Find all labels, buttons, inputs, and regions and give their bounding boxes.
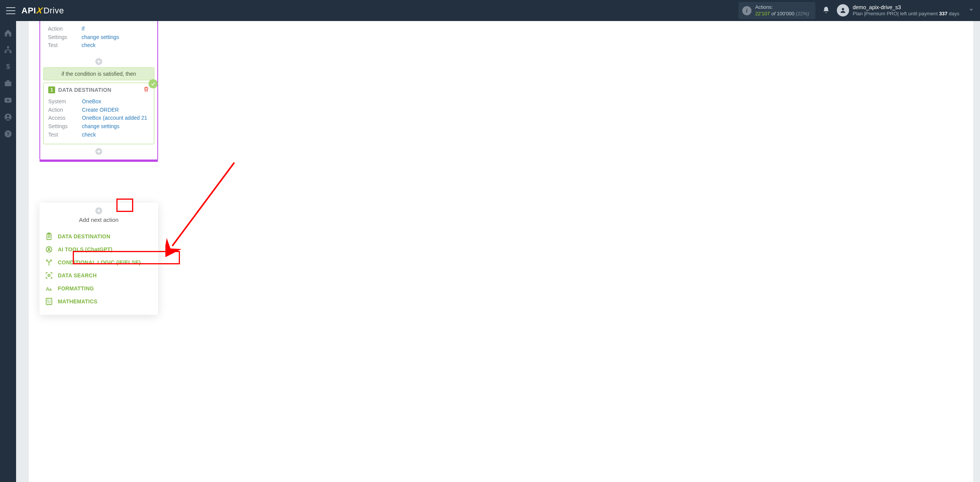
workflow-canvas: ActionIfSettingschange settingsTestcheck… (29, 21, 973, 482)
logo[interactable]: API X Drive (21, 6, 64, 16)
side-rail: $ ? (0, 21, 16, 482)
row-value-link[interactable]: If (82, 25, 85, 33)
svg-point-10 (7, 115, 9, 117)
plan-line: Plan |Premium PRO| left until payment 33… (853, 11, 959, 17)
row-key: System (48, 98, 82, 106)
popup-item-data-destination[interactable]: DATA DESTINATION (43, 230, 154, 243)
home-icon[interactable] (4, 29, 12, 37)
svg-text:a: a (49, 287, 52, 291)
svg-text:?: ? (7, 131, 10, 137)
main-area: ActionIfSettingschange settingsTestcheck… (16, 21, 980, 482)
info-icon: i (742, 6, 751, 15)
brain-icon (45, 245, 53, 254)
menu-toggle-button[interactable] (6, 7, 15, 14)
actions-label: Actions: (755, 4, 809, 10)
calc-icon (45, 297, 53, 306)
briefcase-icon[interactable] (4, 79, 12, 88)
row-value-link[interactable]: OneBox (account added 21 (82, 114, 147, 122)
popup-item-label: DATA SEARCH (58, 272, 97, 278)
youtube-icon[interactable] (4, 96, 12, 104)
row-key: Test (48, 41, 82, 50)
destination-card: 1 DATA DESTINATION SystemOneBoxActionCre… (43, 83, 154, 144)
actions-counter[interactable]: i Actions: 22'107 of 100'000 (22%) (738, 2, 815, 19)
bell-icon[interactable] (822, 6, 830, 15)
row-value-link[interactable]: Create ORDER (82, 106, 119, 114)
condition-banner: if the condition is satisfied, then (43, 67, 154, 80)
scan-icon (45, 271, 53, 280)
popup-item-conditional[interactable]: CONDITIONAL LOGIC (IF/ELSE) (43, 256, 154, 269)
svg-rect-5 (5, 81, 11, 86)
popup-title: Add next action (43, 217, 154, 223)
svg-point-0 (842, 8, 844, 10)
popup-item-label: FORMATTING (58, 285, 94, 291)
actions-total: 100'000 (777, 11, 794, 16)
row-value-link[interactable]: change settings (82, 33, 119, 42)
popup-item-data-search[interactable]: DATA SEARCH (43, 269, 154, 282)
svg-rect-20 (46, 298, 52, 305)
info-row: Settingschange settings (48, 33, 150, 42)
popup-item-label: AI TOOLS (ChatGPT) (58, 246, 113, 252)
check-badge-icon (149, 79, 158, 88)
logo-drive: Drive (43, 6, 64, 16)
destination-number: 1 (48, 86, 55, 93)
destination-title: DATA DESTINATION (58, 87, 111, 93)
popup-item-mathematics[interactable]: MATHEMATICS (43, 295, 154, 308)
svg-text:$: $ (6, 62, 10, 70)
svg-text:A: A (46, 286, 49, 292)
branch-icon (45, 258, 53, 267)
dollar-icon[interactable]: $ (4, 62, 12, 71)
delete-button[interactable] (143, 86, 149, 94)
add-step-button[interactable] (95, 58, 102, 65)
row-key: Action (48, 106, 82, 114)
info-row: Settingschange settings (48, 122, 149, 131)
actions-pct: (22%) (796, 11, 809, 16)
svg-rect-2 (5, 51, 7, 53)
row-key: Access (48, 114, 82, 122)
add-action-popup: Add next action DATA DESTINATIONAI TOOLS… (39, 203, 158, 315)
row-value-link[interactable]: check (82, 41, 96, 50)
chevron-down-icon (969, 7, 974, 14)
info-row: ActionIf (48, 25, 150, 33)
help-icon[interactable]: ? (4, 130, 12, 138)
sitemap-icon[interactable] (4, 46, 12, 54)
info-row: Testcheck (48, 41, 150, 50)
svg-point-17 (48, 274, 50, 277)
user-name: demo_apix-drive_s3 (853, 4, 959, 11)
row-value-link[interactable]: change settings (82, 122, 119, 131)
popup-item-ai-tools[interactable]: AI TOOLS (ChatGPT) (43, 243, 154, 256)
avatar-icon (837, 4, 849, 16)
popup-item-label: MATHEMATICS (58, 298, 98, 305)
user-icon[interactable] (4, 113, 12, 121)
svg-rect-6 (7, 80, 9, 82)
add-action-plus[interactable] (43, 207, 154, 214)
user-menu[interactable]: demo_apix-drive_s3 Plan |Premium PRO| le… (837, 4, 974, 17)
popup-item-formatting[interactable]: AaFORMATTING (43, 282, 154, 295)
info-row: AccessOneBox (account added 21 (48, 114, 149, 122)
condition-block: ActionIfSettingschange settingsTestcheck… (39, 21, 158, 160)
clipboard-icon (45, 232, 53, 241)
actions-used: 22'107 (755, 11, 770, 16)
row-key: Action (48, 25, 82, 33)
info-row: SystemOneBox (48, 98, 149, 106)
svg-rect-3 (10, 51, 11, 53)
row-value-link[interactable]: OneBox (82, 98, 101, 106)
svg-rect-1 (7, 46, 9, 48)
aa-icon: Aa (45, 284, 53, 293)
row-value-link[interactable]: check (82, 131, 96, 139)
filter-card: ActionIfSettingschange settingsTestcheck (43, 21, 154, 54)
popup-item-label: CONDITIONAL LOGIC (IF/ELSE) (58, 259, 141, 265)
logo-x: X (35, 6, 44, 16)
info-row: ActionCreate ORDER (48, 106, 149, 114)
row-key: Settings (48, 33, 82, 42)
popup-item-label: DATA DESTINATION (58, 233, 110, 239)
logo-api: API (21, 6, 36, 16)
add-step-button[interactable] (95, 148, 102, 155)
row-key: Test (48, 131, 82, 139)
top-bar: API X Drive i Actions: 22'107 of 100'000… (0, 0, 980, 21)
svg-point-16 (48, 248, 50, 249)
row-key: Settings (48, 122, 82, 131)
info-row: Testcheck (48, 131, 149, 139)
